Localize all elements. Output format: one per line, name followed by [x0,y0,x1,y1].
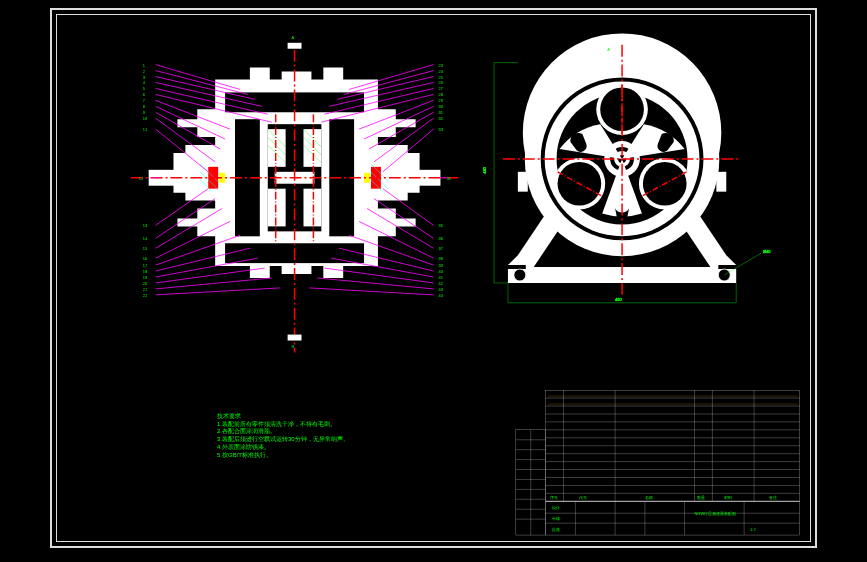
notes-line-5: 5.按GB/T标准执行。 [217,452,272,458]
svg-line-81 [309,288,433,295]
dim-height: 440 [482,63,518,283]
drawing-frame-inner: A B [56,14,811,542]
section-view: A B [131,35,459,353]
svg-text:5: 5 [143,86,146,91]
gear-block-bl [268,189,286,227]
svg-text:6: 6 [143,92,146,97]
svg-text:15: 15 [143,246,148,251]
notes-line-1: 1.装配前所有零件须清洗干净，不得有毛刺。 [217,421,336,427]
lug-left [518,172,528,192]
svg-text:38: 38 [438,256,443,261]
notes-line-4: 4.外表面涂防锈漆。 [217,444,270,450]
gear-block-br [303,189,321,227]
callouts-left: 1 2 3 4 5 6 7 8 9 10 11 12 13 [139,63,148,298]
svg-text:28: 28 [438,92,443,97]
svg-text:35: 35 [438,223,443,228]
svg-line-37 [156,288,280,295]
svg-text:39: 39 [438,263,443,268]
svg-text:41: 41 [438,275,442,280]
svg-text:29: 29 [438,98,443,103]
gear-block-tl [268,129,286,167]
svg-rect-12 [288,43,302,49]
notes-line-3: 3.装配后须进行空载试运转30分钟，无异常响声。 [217,436,349,442]
svg-text:A: A [292,35,295,40]
svg-text:24: 24 [438,69,443,74]
svg-line-36 [156,278,272,289]
drawing-canvas[interactable]: A B [57,15,810,541]
svg-text:23: 23 [438,63,443,68]
tb-designed: 设计 [552,505,560,510]
bom-row-lines [548,396,798,404]
bom-h3: 数量 [697,495,705,500]
svg-text:31: 31 [438,110,442,115]
svg-text:30: 30 [438,104,443,109]
svg-line-35 [156,268,265,283]
svg-text:14: 14 [143,236,148,241]
svg-text:11: 11 [143,127,147,132]
svg-line-80 [317,278,433,289]
svg-text:3: 3 [143,75,146,80]
svg-text:25: 25 [438,75,443,80]
svg-text:22: 22 [143,293,147,298]
tb-scale: 1:2 [750,527,755,532]
bom-h5: 备注 [769,495,777,500]
bom-h0: 序号 [550,495,558,500]
gear-block-tr [303,129,321,167]
svg-text:12: 12 [139,176,143,181]
svg-text:16: 16 [143,256,148,261]
title-block: 序号 代号 名称 数量 材料 备注 NGW行星减速器装配图 设计 [546,390,800,535]
notes-line-2: 2.各配合面涂润滑脂。 [217,428,276,434]
bom-h2: 名称 [645,495,653,500]
svg-text:42: 42 [438,281,442,286]
svg-text:40: 40 [438,269,443,274]
svg-text:18: 18 [143,269,148,274]
svg-text:21: 21 [143,287,147,292]
drawing-title: NGW行星减速器装配图 [695,511,737,516]
svg-text:B: B [292,344,295,349]
cad-viewport: A B [0,0,867,562]
svg-text:10: 10 [143,116,148,121]
section-mark-bottom: B [288,335,302,350]
tb-checked: 审核 [552,516,560,521]
svg-text:440: 440 [482,166,487,173]
svg-text:8: 8 [143,104,146,109]
tech-notes: 技术要求 1.装配前所有零件须清洗干净，不得有毛刺。 2.各配合面涂润滑脂。 3… [217,405,349,467]
svg-text:13: 13 [143,223,148,228]
notes-heading: 技术要求 [217,413,241,419]
svg-text:7: 7 [143,98,145,103]
front-view: 440 460 Ø40 [482,33,771,302]
svg-text:26: 26 [438,80,443,85]
svg-text:20: 20 [143,281,148,286]
svg-text:1: 1 [143,63,145,68]
svg-text:44: 44 [438,293,443,298]
svg-text:Ø40: Ø40 [763,249,771,254]
drawing-frame-outer: A B [50,8,817,548]
svg-text:43: 43 [438,287,443,292]
svg-text:37: 37 [438,246,442,251]
svg-text:2: 2 [143,69,145,74]
svg-text:27: 27 [438,86,442,91]
svg-text:19: 19 [143,275,148,280]
svg-text:34: 34 [446,176,451,181]
svg-text:33: 33 [438,127,443,132]
bom-grid [546,390,800,535]
section-mark-top: A [288,35,302,49]
svg-text:17: 17 [143,263,147,268]
svg-text:36: 36 [438,236,443,241]
bom-h4: 材料 [723,495,732,500]
svg-text:460: 460 [615,297,622,302]
svg-text:4: 4 [143,80,146,85]
section-a-top: A [607,47,610,52]
bom-h1: 代号 [578,495,587,500]
drawing-svg: A B [57,15,810,541]
svg-text:9: 9 [143,110,146,115]
bom-block-left [516,430,546,535]
svg-text:32: 32 [438,116,442,121]
svg-rect-14 [288,335,302,341]
tb-approved: 批准 [552,527,560,532]
lug-right [716,172,726,192]
